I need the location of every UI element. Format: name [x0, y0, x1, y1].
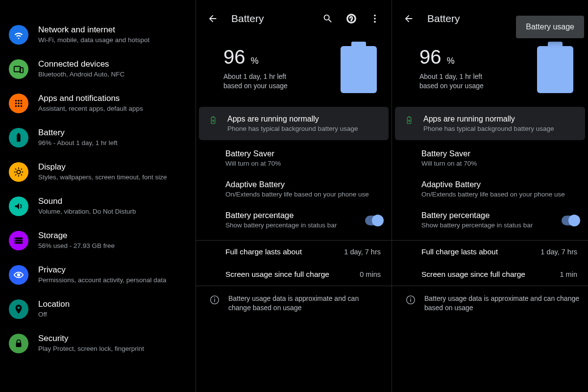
svg-point-7	[21, 102, 23, 104]
battery-pane-1: Battery ? 96 % About 1 day, 1 hr left ba…	[196, 0, 392, 392]
battery-saver-row[interactable]: Battery Saver Will turn on at 70%	[392, 143, 588, 174]
settings-item-title: Network and internet	[38, 25, 187, 35]
battery-note-text: Battery usage data is approximate and ca…	[424, 294, 579, 313]
settings-item-display[interactable]: DisplayStyles, wallpapers, screen timeou…	[0, 155, 196, 189]
apps-normal-title: Apps are running normally	[423, 115, 554, 123]
full-charge-value: 1 day, 7 hrs	[540, 248, 577, 256]
arrow-back-icon	[207, 13, 218, 24]
settings-item-title: Security	[38, 334, 187, 343]
settings-item-sound[interactable]: SoundVolume, vibration, Do Not Disturb	[0, 189, 196, 223]
settings-item-sub: Permissions, account activity, personal …	[38, 276, 187, 285]
svg-point-10	[21, 105, 23, 107]
adaptive-battery-row[interactable]: Adaptive Battery On/Extends battery life…	[196, 174, 392, 205]
battery-pane-2: Battery Battery usage 96 % About 1 day, …	[392, 0, 588, 392]
svg-rect-26	[16, 343, 22, 347]
settings-item-text: Battery96% - About 1 day, 1 hr left	[38, 128, 187, 147]
settings-item-sub: Assistant, recent apps, default apps	[38, 104, 187, 113]
settings-item-text: LocationOff	[38, 299, 187, 319]
screen-usage-stat[interactable]: Screen usage since full charge 0 mins	[196, 263, 392, 286]
battery-percentage-title: Battery percentage	[421, 211, 581, 220]
settings-item-text: SoundVolume, vibration, Do Not Disturb	[38, 196, 187, 216]
battery-note: Battery usage data is approximate and ca…	[196, 286, 392, 320]
battery-percentage-row[interactable]: Battery percentage Show battery percenta…	[196, 205, 392, 236]
svg-rect-0	[14, 67, 21, 72]
svg-rect-38	[410, 299, 411, 302]
devices-icon	[9, 59, 28, 79]
adaptive-battery-sub: On/Extends battery life based on your ph…	[421, 190, 581, 199]
full-charge-value: 1 day, 7 hrs	[344, 248, 381, 256]
settings-item-privacy[interactable]: PrivacyPermissions, account activity, pe…	[0, 258, 196, 292]
battery-saver-sub: Will turn on at 70%	[225, 159, 385, 168]
settings-item-sub: Bluetooth, Android Auto, NFC	[38, 70, 187, 79]
privacy-icon	[9, 265, 28, 285]
svg-line-19	[21, 174, 22, 175]
settings-item-text: DisplayStyles, wallpapers, screen timeou…	[38, 162, 187, 182]
apps-icon	[9, 94, 28, 113]
battery-percentage-row[interactable]: Battery percentage Show battery percenta…	[392, 205, 588, 236]
svg-rect-22	[15, 238, 23, 240]
help-icon: ?	[346, 13, 357, 24]
settings-item-title: Storage	[38, 231, 187, 241]
svg-line-18	[15, 169, 16, 170]
battery-percent: 96 %	[223, 46, 288, 68]
settings-item-title: Apps and notifications	[38, 94, 187, 103]
help-button[interactable]: ?	[342, 9, 361, 28]
svg-point-8	[15, 105, 17, 107]
battery-percent: 96 %	[419, 46, 484, 68]
apps-normal-title: Apps are running normally	[227, 115, 358, 123]
svg-rect-37	[409, 117, 410, 118]
svg-point-31	[374, 21, 376, 23]
svg-line-20	[15, 174, 16, 175]
settings-item-sub: Off	[38, 310, 187, 319]
battery-saver-title: Battery Saver	[225, 149, 385, 158]
apps-normal-sub: Phone has typical background battery usa…	[227, 125, 358, 132]
settings-item-security[interactable]: SecurityPlay Protect, screen lock, finge…	[0, 326, 196, 361]
battery-saver-title: Battery Saver	[421, 149, 581, 158]
battery-estimate: About 1 day, 1 hr left based on your usa…	[419, 72, 484, 91]
settings-item-title: Display	[38, 162, 187, 172]
overflow-button[interactable]	[365, 9, 385, 28]
settings-item-location[interactable]: LocationOff	[0, 292, 196, 326]
screen-usage-label: Screen usage since full charge	[225, 270, 329, 279]
battery-icon	[537, 46, 573, 93]
adaptive-battery-row[interactable]: Adaptive Battery On/Extends battery life…	[392, 174, 588, 205]
battery-percentage-toggle[interactable]	[365, 216, 383, 225]
settings-item-title: Connected devices	[38, 59, 187, 69]
svg-point-25	[17, 273, 20, 276]
battery-saver-row[interactable]: Battery Saver Will turn on at 70%	[196, 143, 392, 174]
settings-item-title: Battery	[38, 128, 187, 138]
settings-item-sub: Play Protect, screen lock, fingerprint	[38, 344, 187, 353]
overflow-menu: Battery usage	[516, 16, 584, 38]
battery-percentage-title: Battery percentage	[225, 211, 385, 220]
search-button[interactable]	[318, 9, 338, 28]
security-icon	[9, 334, 28, 353]
settings-list: Network and internetWi-Fi, mobile, data …	[0, 0, 196, 392]
search-icon	[322, 13, 333, 24]
display-icon	[9, 162, 28, 182]
settings-item-storage[interactable]: Storage56% used - 27.93 GB free	[0, 223, 196, 258]
svg-point-3	[18, 100, 20, 102]
battery-percentage-sub: Show battery percentage in status bar	[421, 221, 581, 230]
settings-item-wifi[interactable]: Network and internetWi-Fi, mobile, data …	[0, 18, 196, 52]
settings-item-battery[interactable]: Battery96% - About 1 day, 1 hr left	[0, 121, 196, 155]
menu-item-battery-usage[interactable]: Battery usage	[526, 23, 574, 31]
screen-usage-label: Screen usage since full charge	[421, 270, 525, 279]
settings-item-devices[interactable]: Connected devicesBluetooth, Android Auto…	[0, 52, 196, 86]
apps-normal-card[interactable]: Apps are running normally Phone has typi…	[199, 107, 389, 140]
battery-note: Battery usage data is approximate and ca…	[392, 286, 588, 320]
full-charge-stat[interactable]: Full charge lasts about 1 day, 7 hrs	[392, 241, 588, 263]
apps-normal-card[interactable]: Apps are running normally Phone has typi…	[395, 107, 585, 140]
battery-percentage-sub: Show battery percentage in status bar	[225, 221, 385, 230]
back-button[interactable]	[203, 9, 222, 28]
settings-item-apps[interactable]: Apps and notificationsAssistant, recent …	[0, 86, 196, 121]
svg-point-6	[18, 102, 20, 104]
back-button[interactable]	[399, 9, 418, 28]
storage-icon	[9, 231, 28, 250]
full-charge-stat[interactable]: Full charge lasts about 1 day, 7 hrs	[196, 241, 392, 263]
screen-usage-stat[interactable]: Screen usage since full charge 1 min	[392, 263, 588, 286]
battery-hero-text: 96 % About 1 day, 1 hr left based on you…	[223, 46, 288, 91]
svg-point-13	[17, 170, 20, 173]
battery-health-icon	[404, 115, 415, 124]
battery-percentage-toggle[interactable]	[562, 216, 579, 225]
more-vert-icon	[369, 13, 380, 24]
